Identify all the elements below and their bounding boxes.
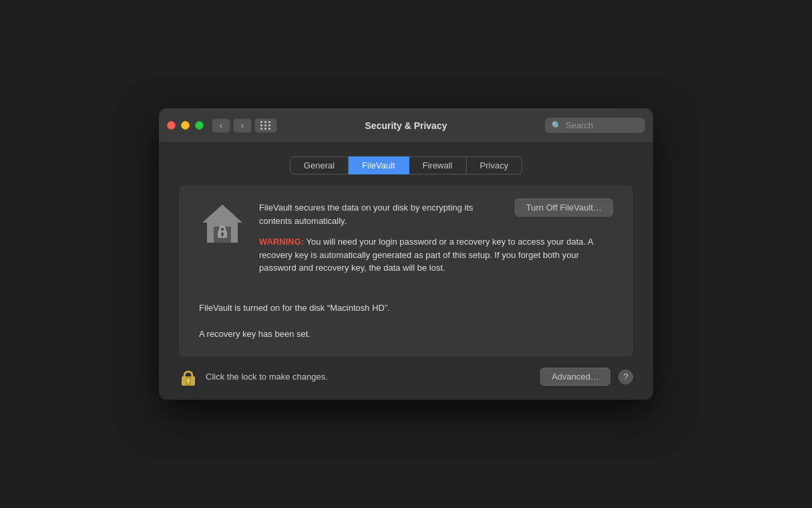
back-button[interactable]: ‹ <box>212 118 230 133</box>
traffic-lights <box>167 121 204 130</box>
warning-body: You will need your login password or a r… <box>259 237 593 273</box>
titlebar: ‹ › Security & Privacy 🔍 <box>159 108 653 143</box>
turn-off-filevault-button[interactable]: Turn Off FileVault… <box>515 199 613 217</box>
bottom-bar: Click the lock to make changes. Advanced… <box>179 357 633 400</box>
maximize-button[interactable] <box>195 121 204 130</box>
filevault-icon <box>199 201 246 248</box>
grid-icon <box>260 121 271 130</box>
house-lock-svg <box>199 201 246 248</box>
filevault-recovery-status: A recovery key has been set. <box>199 328 613 341</box>
warning-label: WARNING: <box>259 237 304 247</box>
lock-help-text: Click the lock to make changes. <box>206 372 532 382</box>
filevault-top-section: Turn Off FileVault… FileVault secures th… <box>199 201 613 275</box>
tab-filevault[interactable]: FileVault <box>349 156 409 174</box>
close-button[interactable] <box>167 121 176 130</box>
nav-buttons: ‹ › <box>212 118 252 133</box>
tab-bar: General FileVault Firewall Privacy <box>179 156 633 174</box>
filevault-panel: Turn Off FileVault… FileVault secures th… <box>179 185 633 357</box>
svg-rect-4 <box>222 235 223 237</box>
lock-button[interactable] <box>179 368 198 386</box>
tab-privacy[interactable]: Privacy <box>467 156 523 174</box>
advanced-button[interactable]: Advanced… <box>540 368 610 386</box>
forward-icon: › <box>241 121 244 130</box>
window-title: Security & Privacy <box>365 120 447 131</box>
search-input[interactable] <box>566 120 638 130</box>
main-window: ‹ › Security & Privacy 🔍 General FileVau… <box>159 108 653 400</box>
tab-firewall[interactable]: Firewall <box>409 156 467 174</box>
filevault-disk-status: FileVault is turned on for the disk “Mac… <box>199 301 613 315</box>
warning-paragraph: WARNING: You will need your login passwo… <box>259 235 613 275</box>
back-icon: ‹ <box>220 121 222 130</box>
svg-rect-8 <box>188 381 189 384</box>
help-button[interactable]: ? <box>618 370 633 384</box>
search-icon: 🔍 <box>552 121 562 130</box>
lock-icon-svg <box>180 368 197 386</box>
grid-view-button[interactable] <box>254 118 277 133</box>
filevault-description: Turn Off FileVault… FileVault secures th… <box>259 201 613 275</box>
tab-general[interactable]: General <box>290 156 349 174</box>
search-bar[interactable]: 🔍 <box>545 118 645 133</box>
content-area: General FileVault Firewall Privacy <box>159 143 653 400</box>
forward-button[interactable]: › <box>233 118 252 133</box>
minimize-button[interactable] <box>181 121 190 130</box>
